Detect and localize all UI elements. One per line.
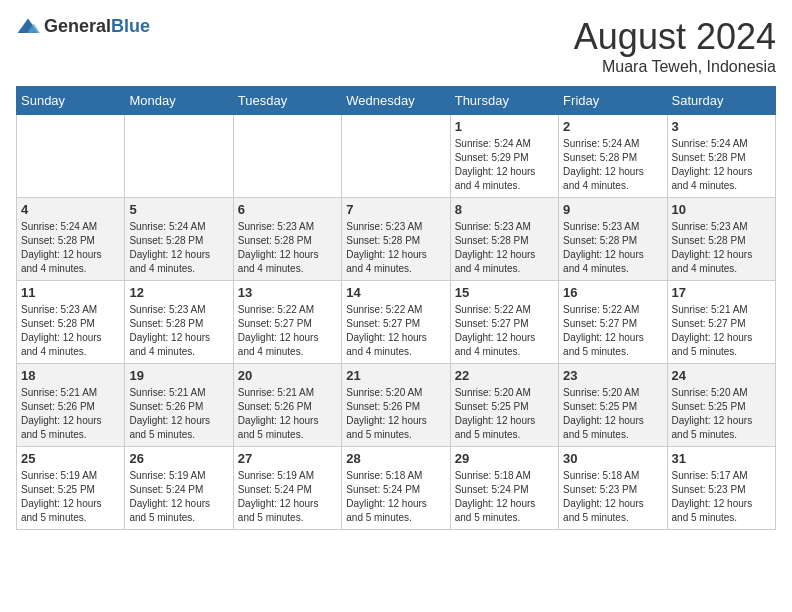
day-info: Sunrise: 5:24 AMSunset: 5:28 PMDaylight:… bbox=[21, 220, 120, 276]
day-number: 22 bbox=[455, 368, 554, 383]
day-info: Sunrise: 5:20 AMSunset: 5:25 PMDaylight:… bbox=[455, 386, 554, 442]
day-number: 6 bbox=[238, 202, 337, 217]
day-header-sunday: Sunday bbox=[17, 87, 125, 115]
day-info: Sunrise: 5:23 AMSunset: 5:28 PMDaylight:… bbox=[563, 220, 662, 276]
day-info: Sunrise: 5:18 AMSunset: 5:24 PMDaylight:… bbox=[455, 469, 554, 525]
calendar-cell: 6Sunrise: 5:23 AMSunset: 5:28 PMDaylight… bbox=[233, 198, 341, 281]
day-info: Sunrise: 5:23 AMSunset: 5:28 PMDaylight:… bbox=[238, 220, 337, 276]
calendar-cell: 19Sunrise: 5:21 AMSunset: 5:26 PMDayligh… bbox=[125, 364, 233, 447]
day-number: 30 bbox=[563, 451, 662, 466]
day-number: 13 bbox=[238, 285, 337, 300]
day-header-thursday: Thursday bbox=[450, 87, 558, 115]
day-info: Sunrise: 5:23 AMSunset: 5:28 PMDaylight:… bbox=[21, 303, 120, 359]
calendar-cell: 21Sunrise: 5:20 AMSunset: 5:26 PMDayligh… bbox=[342, 364, 450, 447]
calendar-cell bbox=[17, 115, 125, 198]
day-number: 12 bbox=[129, 285, 228, 300]
calendar-cell: 26Sunrise: 5:19 AMSunset: 5:24 PMDayligh… bbox=[125, 447, 233, 530]
day-number: 14 bbox=[346, 285, 445, 300]
day-info: Sunrise: 5:22 AMSunset: 5:27 PMDaylight:… bbox=[563, 303, 662, 359]
day-number: 17 bbox=[672, 285, 771, 300]
day-header-monday: Monday bbox=[125, 87, 233, 115]
day-info: Sunrise: 5:23 AMSunset: 5:28 PMDaylight:… bbox=[346, 220, 445, 276]
calendar-week-row: 18Sunrise: 5:21 AMSunset: 5:26 PMDayligh… bbox=[17, 364, 776, 447]
day-number: 28 bbox=[346, 451, 445, 466]
calendar-week-row: 1Sunrise: 5:24 AMSunset: 5:29 PMDaylight… bbox=[17, 115, 776, 198]
day-info: Sunrise: 5:18 AMSunset: 5:23 PMDaylight:… bbox=[563, 469, 662, 525]
day-info: Sunrise: 5:20 AMSunset: 5:26 PMDaylight:… bbox=[346, 386, 445, 442]
calendar-cell: 7Sunrise: 5:23 AMSunset: 5:28 PMDaylight… bbox=[342, 198, 450, 281]
calendar-week-row: 4Sunrise: 5:24 AMSunset: 5:28 PMDaylight… bbox=[17, 198, 776, 281]
day-number: 5 bbox=[129, 202, 228, 217]
calendar-cell: 1Sunrise: 5:24 AMSunset: 5:29 PMDaylight… bbox=[450, 115, 558, 198]
day-info: Sunrise: 5:23 AMSunset: 5:28 PMDaylight:… bbox=[129, 303, 228, 359]
day-number: 15 bbox=[455, 285, 554, 300]
day-info: Sunrise: 5:21 AMSunset: 5:26 PMDaylight:… bbox=[129, 386, 228, 442]
day-header-tuesday: Tuesday bbox=[233, 87, 341, 115]
calendar-cell: 20Sunrise: 5:21 AMSunset: 5:26 PMDayligh… bbox=[233, 364, 341, 447]
day-info: Sunrise: 5:24 AMSunset: 5:29 PMDaylight:… bbox=[455, 137, 554, 193]
calendar-cell: 24Sunrise: 5:20 AMSunset: 5:25 PMDayligh… bbox=[667, 364, 775, 447]
calendar-cell: 18Sunrise: 5:21 AMSunset: 5:26 PMDayligh… bbox=[17, 364, 125, 447]
day-info: Sunrise: 5:24 AMSunset: 5:28 PMDaylight:… bbox=[563, 137, 662, 193]
calendar-cell bbox=[233, 115, 341, 198]
day-info: Sunrise: 5:18 AMSunset: 5:24 PMDaylight:… bbox=[346, 469, 445, 525]
calendar-cell bbox=[342, 115, 450, 198]
logo-icon bbox=[16, 17, 40, 37]
calendar-cell: 29Sunrise: 5:18 AMSunset: 5:24 PMDayligh… bbox=[450, 447, 558, 530]
calendar-cell: 27Sunrise: 5:19 AMSunset: 5:24 PMDayligh… bbox=[233, 447, 341, 530]
day-info: Sunrise: 5:19 AMSunset: 5:24 PMDaylight:… bbox=[238, 469, 337, 525]
day-number: 10 bbox=[672, 202, 771, 217]
calendar-cell: 11Sunrise: 5:23 AMSunset: 5:28 PMDayligh… bbox=[17, 281, 125, 364]
day-info: Sunrise: 5:24 AMSunset: 5:28 PMDaylight:… bbox=[672, 137, 771, 193]
day-info: Sunrise: 5:22 AMSunset: 5:27 PMDaylight:… bbox=[455, 303, 554, 359]
calendar-cell: 15Sunrise: 5:22 AMSunset: 5:27 PMDayligh… bbox=[450, 281, 558, 364]
day-info: Sunrise: 5:17 AMSunset: 5:23 PMDaylight:… bbox=[672, 469, 771, 525]
day-number: 1 bbox=[455, 119, 554, 134]
calendar-cell: 12Sunrise: 5:23 AMSunset: 5:28 PMDayligh… bbox=[125, 281, 233, 364]
day-info: Sunrise: 5:22 AMSunset: 5:27 PMDaylight:… bbox=[346, 303, 445, 359]
day-number: 23 bbox=[563, 368, 662, 383]
calendar-cell: 22Sunrise: 5:20 AMSunset: 5:25 PMDayligh… bbox=[450, 364, 558, 447]
day-number: 16 bbox=[563, 285, 662, 300]
day-number: 4 bbox=[21, 202, 120, 217]
day-number: 3 bbox=[672, 119, 771, 134]
title-area: August 2024 Muara Teweh, Indonesia bbox=[574, 16, 776, 76]
calendar-cell bbox=[125, 115, 233, 198]
calendar-cell: 8Sunrise: 5:23 AMSunset: 5:28 PMDaylight… bbox=[450, 198, 558, 281]
day-info: Sunrise: 5:20 AMSunset: 5:25 PMDaylight:… bbox=[563, 386, 662, 442]
day-number: 11 bbox=[21, 285, 120, 300]
calendar-cell: 2Sunrise: 5:24 AMSunset: 5:28 PMDaylight… bbox=[559, 115, 667, 198]
page-header: GeneralBlue August 2024 Muara Teweh, Ind… bbox=[16, 16, 776, 76]
calendar-cell: 3Sunrise: 5:24 AMSunset: 5:28 PMDaylight… bbox=[667, 115, 775, 198]
day-info: Sunrise: 5:24 AMSunset: 5:28 PMDaylight:… bbox=[129, 220, 228, 276]
calendar-cell: 23Sunrise: 5:20 AMSunset: 5:25 PMDayligh… bbox=[559, 364, 667, 447]
calendar-table: SundayMondayTuesdayWednesdayThursdayFrid… bbox=[16, 86, 776, 530]
month-title: August 2024 bbox=[574, 16, 776, 58]
calendar-cell: 10Sunrise: 5:23 AMSunset: 5:28 PMDayligh… bbox=[667, 198, 775, 281]
logo: GeneralBlue bbox=[16, 16, 150, 37]
day-info: Sunrise: 5:19 AMSunset: 5:24 PMDaylight:… bbox=[129, 469, 228, 525]
day-header-friday: Friday bbox=[559, 87, 667, 115]
calendar-cell: 30Sunrise: 5:18 AMSunset: 5:23 PMDayligh… bbox=[559, 447, 667, 530]
day-info: Sunrise: 5:19 AMSunset: 5:25 PMDaylight:… bbox=[21, 469, 120, 525]
day-header-wednesday: Wednesday bbox=[342, 87, 450, 115]
day-header-saturday: Saturday bbox=[667, 87, 775, 115]
calendar-cell: 28Sunrise: 5:18 AMSunset: 5:24 PMDayligh… bbox=[342, 447, 450, 530]
calendar-cell: 31Sunrise: 5:17 AMSunset: 5:23 PMDayligh… bbox=[667, 447, 775, 530]
day-number: 7 bbox=[346, 202, 445, 217]
logo-general-text: GeneralBlue bbox=[44, 16, 150, 37]
calendar-header-row: SundayMondayTuesdayWednesdayThursdayFrid… bbox=[17, 87, 776, 115]
day-number: 21 bbox=[346, 368, 445, 383]
day-number: 18 bbox=[21, 368, 120, 383]
calendar-week-row: 11Sunrise: 5:23 AMSunset: 5:28 PMDayligh… bbox=[17, 281, 776, 364]
day-info: Sunrise: 5:23 AMSunset: 5:28 PMDaylight:… bbox=[455, 220, 554, 276]
calendar-cell: 4Sunrise: 5:24 AMSunset: 5:28 PMDaylight… bbox=[17, 198, 125, 281]
calendar-week-row: 25Sunrise: 5:19 AMSunset: 5:25 PMDayligh… bbox=[17, 447, 776, 530]
day-number: 8 bbox=[455, 202, 554, 217]
day-number: 19 bbox=[129, 368, 228, 383]
day-info: Sunrise: 5:23 AMSunset: 5:28 PMDaylight:… bbox=[672, 220, 771, 276]
day-number: 24 bbox=[672, 368, 771, 383]
day-number: 9 bbox=[563, 202, 662, 217]
day-info: Sunrise: 5:20 AMSunset: 5:25 PMDaylight:… bbox=[672, 386, 771, 442]
location-title: Muara Teweh, Indonesia bbox=[574, 58, 776, 76]
